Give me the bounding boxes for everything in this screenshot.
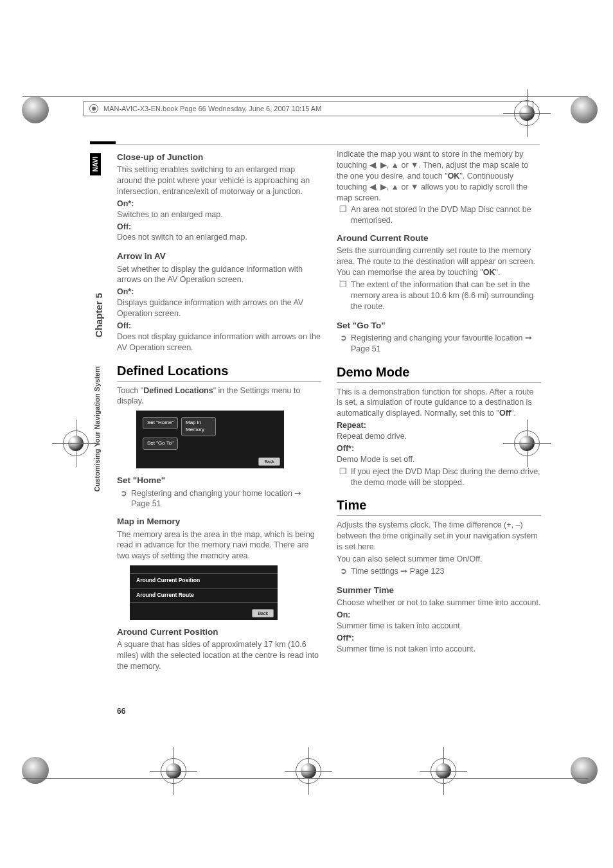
sethome-bullet: ➲ Registering and changing your home loc… — [120, 488, 321, 510]
indicate-ok1: OK — [448, 172, 460, 181]
demo-off-label: Off*: — [337, 443, 541, 454]
acp-title: Around Current Position — [117, 626, 321, 638]
goto-bullet: ➲ Registering and changing your favourit… — [339, 333, 541, 355]
closeup-on-text: Switches to an enlarged map. — [117, 209, 321, 220]
left-column: Close-up of Junction This setting enable… — [117, 149, 321, 673]
closeup-body: This setting enables switching to an enl… — [117, 164, 321, 197]
indicate-note-text: An area not stored in the DVD Map Disc c… — [351, 204, 541, 226]
header-text: MAN-AVIC-X3-EN.book Page 66 Wednesday, J… — [103, 105, 321, 112]
summer-title: Summer Time — [337, 585, 541, 596]
side-chapter: Chapter 5 — [93, 293, 104, 337]
demo-off-text: Demo Mode is set off. — [337, 454, 541, 465]
sethome-title: Set "Home" — [117, 475, 321, 486]
acp-body: A square that has sides of approximately… — [117, 639, 321, 672]
goto-bullet-text: Registering and changing your favourite … — [351, 333, 541, 355]
summer-off-text: Summer time is not taken into account. — [337, 644, 541, 655]
sethome-bullet-text: Registering and changing your home locat… — [131, 488, 321, 510]
arrowav-off-label: Off: — [117, 321, 321, 332]
square-bullet-icon: ❐ — [339, 279, 347, 312]
arrowav-title: Arrow in AV — [117, 251, 321, 262]
arrowav-off-text: Does not display guidance information wi… — [117, 332, 321, 353]
demo-note: ❐ If you eject the DVD Map Disc during t… — [339, 466, 541, 488]
time-bullet: ➲ Time settings ➞ Page 123 — [339, 566, 541, 577]
arrowav-body: Set whether to display the guidance info… — [117, 264, 321, 286]
acr-note-text: The extent of the information that can b… — [351, 279, 541, 312]
summer-on-label: On: — [337, 610, 541, 621]
closeup-on-label: On*: — [117, 199, 321, 209]
memory-area-screenshot: Around Current Position Around Current R… — [130, 565, 278, 620]
ss-set-goto: Set "Go To" — [143, 438, 178, 450]
side-section-title: Customising Your Navigation System — [93, 366, 101, 492]
summer-on-text: Summer time is taken into account. — [337, 621, 541, 632]
indicate-para: Indicate the map you want to store in th… — [337, 149, 541, 203]
arrowav-on-text: Displays guidance information with arrow… — [117, 297, 321, 319]
mapmem-title: Map in Memory — [117, 516, 321, 527]
header-rule — [90, 144, 540, 145]
demo-repeat-text: Repeat demo drive. — [337, 431, 541, 442]
side-tab-navi: NAVI — [90, 153, 101, 175]
square-bullet-icon: ❐ — [339, 204, 347, 226]
closeup-off-text: Does not switch to an enlarged map. — [117, 232, 321, 243]
right-column: Indicate the map you want to store in th… — [337, 149, 541, 673]
defloc-intro-b: Defined Locations — [143, 386, 213, 395]
demo-note-text: If you eject the DVD Map Disc during the… — [351, 466, 541, 488]
square-bullet-icon: ❐ — [339, 466, 347, 488]
arrow-bullet-icon: ➲ — [339, 566, 347, 577]
defloc-intro-a: Touch " — [117, 386, 143, 395]
demo-body: This is a demonstration function for sho… — [337, 387, 541, 420]
defined-locations-screenshot: Set "Home" Map in Memory Set "Go To" Bac… — [136, 411, 284, 468]
indicate-note: ❐ An area not stored in the DVD Map Disc… — [339, 204, 541, 226]
acr-body-b: ". — [495, 268, 500, 277]
ss-set-home: Set "Home" — [143, 417, 178, 429]
demo-off: Off — [499, 409, 511, 418]
defined-locations-title: Defined Locations — [117, 362, 321, 382]
goto-title: Set "Go To" — [337, 320, 541, 332]
acr-body-a: Sets the surrounding currently set route… — [337, 246, 535, 277]
arrow-bullet-icon: ➲ — [339, 333, 347, 355]
summer-body: Choose whether or not to take summer tim… — [337, 598, 541, 608]
arrow-bullet-icon: ➲ — [120, 488, 127, 510]
time-body: Adjusts the systems clock. The time diff… — [337, 520, 541, 553]
defined-locations-intro: Touch "Defined Locations" in the Setting… — [117, 385, 321, 407]
page-number: 66 — [117, 707, 125, 716]
summer-off-label: Off*: — [337, 633, 541, 644]
arrowav-on-label: On*: — [117, 287, 321, 297]
ss-back: Back — [258, 457, 280, 466]
ss-around-position: Around Current Position — [130, 574, 278, 588]
time-body2: You can also select summer time On/Off. — [337, 554, 541, 565]
mapmem-body: The memory area is the area in the map, … — [117, 529, 321, 562]
ss-around-route: Around Current Route — [130, 589, 278, 603]
demo-title: Demo Mode — [337, 364, 541, 383]
acr-ok: OK — [483, 268, 495, 277]
ss2-back: Back — [252, 609, 274, 617]
closeup-off-label: Off: — [117, 222, 321, 233]
closeup-title: Close-up of Junction — [117, 152, 321, 163]
time-title: Time — [337, 497, 541, 516]
time-bullet-text: Time settings ➞ Page 123 — [351, 566, 444, 577]
ss-map-memory: Map in Memory — [181, 417, 216, 436]
demo-repeat-label: Repeat: — [337, 420, 541, 431]
acr-note: ❐ The extent of the information that can… — [339, 279, 541, 312]
page-header: MAN-AVIC-X3-EN.book Page 66 Wednesday, J… — [84, 101, 533, 116]
acr-title: Around Current Route — [337, 233, 541, 244]
acr-body: Sets the surrounding currently set route… — [337, 245, 541, 278]
demo-body-b: ". — [511, 409, 516, 418]
